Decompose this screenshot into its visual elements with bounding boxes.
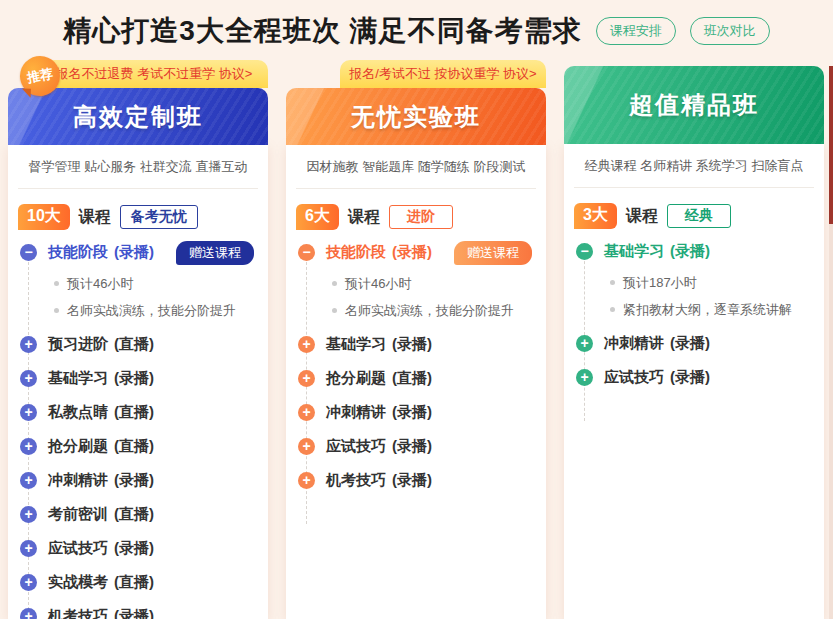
plan-columns: 报名不过退费 考试不过重学 协议> 推荐 高效定制班 督学管理 贴心服务 社群交… [0,58,833,619]
collapse-icon[interactable] [576,243,593,260]
course-count-label: 课程 [79,207,111,228]
course-name: 应试技巧 [326,437,386,456]
expand-icon[interactable] [298,336,315,353]
spacer [564,58,824,66]
retake-policy-banner[interactable]: 报名/考试不过 按协议重学 协议> [340,60,546,88]
course-count-row: 3大 课程 经典 [564,188,824,241]
course-row[interactable]: 预习进阶 (直播) [18,334,258,354]
course-row[interactable]: 技能阶段 (录播) 赠送课程 [296,242,536,262]
course-detail: 预计46小时 [54,276,258,291]
card-body: 督学管理 贴心服务 社群交流 直播互动 10大 课程 备考无忧 技能阶段 (录播… [8,145,268,619]
collapse-icon[interactable] [298,244,315,261]
course-name: 基础学习 [604,242,664,261]
refund-policy-banner[interactable]: 报名不过退费 考试不过重学 协议> [40,60,268,88]
course-row[interactable]: 私教点睛 (直播) [18,402,258,422]
expand-icon[interactable] [298,404,315,421]
card-body: 因材施教 智能题库 随学随练 阶段测试 6大 课程 进阶 技能阶段 (录播) 赠… [286,145,546,619]
class-compare-button[interactable]: 班次对比 [690,17,770,45]
course-name: 基础学习 [326,335,386,354]
card-chaozhi-jingpin: 超值精品班 经典课程 名师精讲 系统学习 扫除盲点 3大 课程 经典 基础学习 … [564,58,824,619]
course-detail: 名师实战演练，技能分阶提升 [54,303,258,318]
bullet-dot-icon [610,307,615,312]
course-mode: (录播) [392,243,432,262]
course-mode: (直播) [114,437,154,456]
bullet-dot-icon [610,280,615,285]
course-row[interactable]: 应试技巧 (录播) [296,436,536,456]
course-count-badge: 3大 [574,203,617,229]
expand-icon[interactable] [298,370,315,387]
expand-icon[interactable] [20,370,37,387]
gift-course-badge: 赠送课程 [454,241,532,265]
course-name: 基础学习 [48,369,108,388]
course-row[interactable]: 冲刺精讲 (录播) [18,470,258,490]
course-name: 考前密训 [48,505,108,524]
page-header: 精心打造3大全程班次 满足不同备考需求 课程安排 班次对比 [0,0,833,58]
expand-icon[interactable] [576,335,593,352]
course-row[interactable]: 基础学习 (录播) [18,368,258,388]
expand-icon[interactable] [20,472,37,489]
course-row[interactable]: 基础学习 (录播) [574,241,814,261]
expand-icon[interactable] [20,438,37,455]
course-mode: (直播) [114,403,154,422]
card-gaoxiao-dingzhi: 报名不过退费 考试不过重学 协议> 推荐 高效定制班 督学管理 贴心服务 社群交… [8,58,268,619]
course-row[interactable]: 技能阶段 (录播) 赠送课程 [18,242,258,262]
card-header: 高效定制班 [8,88,268,145]
course-row[interactable]: 实战模考 (直播) [18,572,258,592]
course-list: 基础学习 (录播) 预计187小时 紧扣教材大纲，逐章系统讲解 冲刺精讲 (录播… [564,241,824,425]
expand-icon[interactable] [298,472,315,489]
course-row[interactable]: 应试技巧 (录播) [574,367,814,387]
course-mode: (录播) [392,403,432,422]
feature-tag-badge: 进阶 [389,205,453,229]
feature-tag-badge: 备考无忧 [120,205,198,229]
course-mode: (录播) [114,471,154,490]
banner-row: 报名不过退费 考试不过重学 协议> 推荐 [8,58,268,88]
course-detail: 预计187小时 [610,275,814,290]
course-mode: (录播) [670,242,710,261]
course-mode: (录播) [670,368,710,387]
expand-icon[interactable] [20,540,37,557]
course-count-label: 课程 [626,206,658,227]
course-detail: 紧扣教材大纲，逐章系统讲解 [610,302,814,317]
course-list: 技能阶段 (录播) 赠送课程 预计46小时 名师实战演练，技能分阶提升 预习进阶… [8,242,268,619]
bullet-dot-icon [54,281,59,286]
card-subtitle: 经典课程 名师精讲 系统学习 扫除盲点 [564,144,824,187]
course-list: 技能阶段 (录播) 赠送课程 预计46小时 名师实战演练，技能分阶提升 基础学习… [286,242,546,528]
course-row[interactable]: 冲刺精讲 (录播) [574,333,814,353]
feature-tag-badge: 经典 [667,204,731,228]
expand-icon[interactable] [576,369,593,386]
expand-icon[interactable] [298,438,315,455]
bullet-dot-icon [54,308,59,313]
right-edge-strip [829,66,833,224]
card-body: 经典课程 名师精讲 系统学习 扫除盲点 3大 课程 经典 基础学习 (录播) 预… [564,144,824,619]
course-mode: (录播) [114,369,154,388]
gift-course-badge: 赠送课程 [176,241,254,265]
expand-icon[interactable] [20,574,37,591]
expand-icon[interactable] [20,608,37,619]
card-header: 无忧实验班 [286,88,546,145]
collapse-icon[interactable] [20,244,37,261]
course-row[interactable]: 抢分刷题 (直播) [18,436,258,456]
course-mode: (直播) [114,335,154,354]
course-schedule-button[interactable]: 课程安排 [596,17,676,45]
expand-icon[interactable] [20,506,37,523]
banner-row: 报名/考试不过 按协议重学 协议> [286,58,546,88]
course-count-row: 10大 课程 备考无忧 [8,189,268,242]
course-name: 机考技巧 [326,471,386,490]
course-row[interactable]: 抢分刷题 (直播) [296,368,536,388]
card-subtitle: 因材施教 智能题库 随学随练 阶段测试 [286,145,546,188]
course-name: 技能阶段 [326,243,386,262]
course-row[interactable]: 冲刺精讲 (录播) [296,402,536,422]
expand-icon[interactable] [20,336,37,353]
expand-icon[interactable] [20,404,37,421]
course-name: 机考技巧 [48,607,108,619]
course-row[interactable]: 考前密训 (直播) [18,504,258,524]
course-name: 预习进阶 [48,335,108,354]
course-count-row: 6大 课程 进阶 [286,189,546,242]
card-wuyou-shiyan: 报名/考试不过 按协议重学 协议> 无忧实验班 因材施教 智能题库 随学随练 阶… [286,58,546,619]
course-detail: 名师实战演练，技能分阶提升 [332,303,536,318]
course-row[interactable]: 基础学习 (录播) [296,334,536,354]
course-name: 技能阶段 [48,243,108,262]
course-row[interactable]: 机考技巧 (录播) [296,470,536,490]
course-row[interactable]: 应试技巧 (录播) [18,538,258,558]
course-row[interactable]: 机考技巧 (录播) [18,606,258,619]
